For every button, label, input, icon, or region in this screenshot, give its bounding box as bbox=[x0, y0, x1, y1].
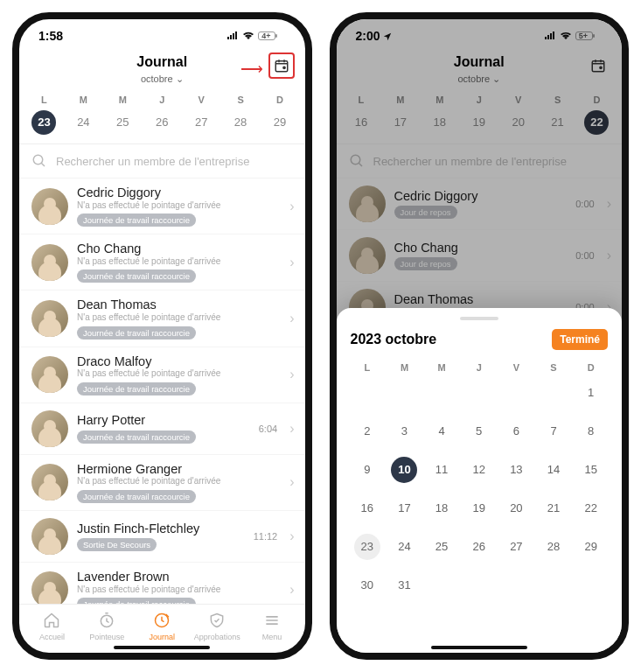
calendar-day[interactable]: 13 bbox=[498, 455, 535, 485]
search-row[interactable]: Rechercher un membre de l'entreprise bbox=[337, 144, 623, 178]
calendar-day[interactable]: 5 bbox=[460, 416, 498, 446]
status-badge: Journée de travail raccourcie bbox=[77, 270, 196, 283]
dow-label: M bbox=[423, 362, 461, 373]
week-day[interactable]: D29 bbox=[261, 94, 300, 135]
search-placeholder: Rechercher un membre de l'entreprise bbox=[56, 155, 249, 168]
calendar-day[interactable]: 16 bbox=[349, 494, 387, 523]
chevron-right-icon: › bbox=[289, 311, 294, 326]
chevron-right-icon: › bbox=[289, 199, 294, 214]
week-day[interactable]: M25 bbox=[103, 94, 143, 135]
svg-rect-0 bbox=[275, 61, 288, 72]
member-name: Dean Thomas bbox=[394, 292, 568, 307]
month-calendar[interactable]: LMMJVSD 12345678910111213141516171819202… bbox=[349, 362, 610, 600]
tab-pointeuse[interactable]: Pointeuse bbox=[80, 612, 135, 641]
list-item[interactable]: Cho ChangJour de repos0:00› bbox=[337, 230, 623, 282]
week-day[interactable]: L16 bbox=[342, 94, 381, 135]
calendar-day[interactable]: 26 bbox=[460, 532, 498, 562]
list-item[interactable]: Cho ChangN'a pas effectué le pointage d'… bbox=[19, 234, 305, 290]
week-day[interactable]: M24 bbox=[64, 94, 103, 135]
calendar-day[interactable]: 11 bbox=[423, 455, 461, 485]
calendar-day[interactable]: 4 bbox=[423, 416, 461, 446]
tab-label: Menu bbox=[262, 633, 282, 641]
status-indicators: 4+ bbox=[226, 32, 285, 40]
week-day[interactable]: M18 bbox=[420, 94, 459, 135]
list-item[interactable]: Cedric DiggoryJour de repos0:00› bbox=[337, 178, 623, 230]
calendar-day[interactable]: 23 bbox=[349, 532, 387, 562]
calendar-day[interactable]: 20 bbox=[498, 494, 535, 523]
calendar-button[interactable] bbox=[268, 52, 295, 79]
week-day[interactable]: J26 bbox=[143, 94, 182, 135]
month-selector[interactable]: octobre ⌄ bbox=[457, 74, 500, 85]
calendar-day[interactable]: 9 bbox=[349, 455, 387, 485]
member-name: Cedric Diggory bbox=[77, 186, 281, 200]
week-day[interactable]: L23 bbox=[24, 94, 64, 135]
calendar-day[interactable]: 10 bbox=[386, 455, 423, 485]
calendar-day[interactable]: 12 bbox=[460, 455, 498, 485]
member-name: Lavender Brown bbox=[77, 570, 281, 584]
calendar-day[interactable]: 22 bbox=[572, 494, 610, 523]
calendar-day[interactable]: 19 bbox=[460, 494, 498, 523]
calendar-day[interactable]: 15 bbox=[572, 455, 610, 485]
list-item[interactable]: Dean ThomasN'a pas effectué le pointage … bbox=[19, 290, 305, 346]
week-day[interactable]: V27 bbox=[182, 94, 221, 135]
avatar bbox=[31, 188, 68, 225]
tab-journal[interactable]: Journal bbox=[135, 612, 190, 641]
week-day[interactable]: J19 bbox=[459, 94, 498, 135]
search-row[interactable]: Rechercher un membre de l'entreprise bbox=[19, 144, 305, 178]
calendar-day[interactable]: 3 bbox=[386, 416, 423, 446]
calendar-icon bbox=[590, 58, 606, 74]
calendar-day[interactable]: 6 bbox=[498, 416, 535, 446]
time-value: 0:00 bbox=[575, 199, 594, 209]
calendar-day[interactable]: 14 bbox=[535, 455, 573, 485]
calendar-day[interactable]: 27 bbox=[498, 532, 535, 562]
status-badge: Jour de repos bbox=[394, 206, 457, 219]
list-item[interactable]: Cedric DiggoryN'a pas effectué le pointa… bbox=[19, 178, 305, 234]
calendar-day[interactable]: 18 bbox=[423, 494, 461, 523]
tab-menu[interactable]: Menu bbox=[245, 612, 300, 641]
member-list[interactable]: Cedric DiggoryN'a pas effectué le pointa… bbox=[19, 178, 305, 604]
tab-accueil[interactable]: Accueil bbox=[24, 612, 80, 641]
calendar-button[interactable] bbox=[585, 52, 611, 79]
list-item[interactable]: Draco MalfoyN'a pas effectué le pointage… bbox=[19, 347, 305, 403]
status-badge: Journée de travail raccourcie bbox=[77, 326, 196, 340]
calendar-day[interactable]: 7 bbox=[535, 416, 573, 446]
week-strip[interactable]: L16M17M18J19V20S21D22 bbox=[337, 91, 623, 144]
calendar-day[interactable]: 8 bbox=[572, 416, 610, 446]
calendar-day[interactable]: 21 bbox=[535, 494, 573, 523]
week-day[interactable]: D22 bbox=[577, 94, 617, 135]
battery-icon: 5+ bbox=[575, 32, 603, 40]
list-item[interactable]: Hermione GrangerN'a pas effectué le poin… bbox=[19, 455, 305, 511]
week-day[interactable]: S21 bbox=[538, 94, 577, 135]
chevron-down-icon: ⌄ bbox=[492, 74, 500, 85]
sheet-handle[interactable] bbox=[460, 317, 498, 320]
calendar-day[interactable]: 31 bbox=[386, 570, 423, 600]
annotation-arrow: ⟶ bbox=[240, 60, 263, 79]
date-picker-sheet: 2023 octobre Terminé LMMJVSD 12345678910… bbox=[337, 308, 623, 653]
calendar-day[interactable]: 25 bbox=[423, 532, 461, 562]
chevron-right-icon: › bbox=[289, 582, 294, 598]
calendar-day[interactable]: 30 bbox=[349, 570, 387, 600]
week-day[interactable]: S28 bbox=[221, 94, 261, 135]
calendar-day[interactable]: 17 bbox=[386, 494, 423, 523]
calendar-day[interactable]: 29 bbox=[572, 532, 610, 562]
list-item[interactable]: Harry PotterJournée de travail raccourci… bbox=[19, 403, 305, 455]
svg-point-7 bbox=[351, 155, 360, 164]
list-item[interactable]: Lavender BrownN'a pas effectué le pointa… bbox=[19, 563, 305, 604]
calendar-day[interactable]: 2 bbox=[349, 416, 387, 446]
week-strip[interactable]: L23M24M25J26V27S28D29 bbox=[19, 91, 305, 144]
calendar-day[interactable]: 24 bbox=[386, 532, 423, 562]
avatar bbox=[31, 300, 68, 337]
month-selector[interactable]: octobre ⌄ bbox=[141, 74, 184, 85]
list-item[interactable]: Justin Finch-FletchleySortie De Secours1… bbox=[19, 511, 305, 563]
member-sub: N'a pas effectué le pointage d'arrivée bbox=[77, 476, 281, 487]
member-name: Hermione Granger bbox=[77, 462, 281, 477]
member-name: Harry Potter bbox=[77, 413, 250, 428]
calendar-day[interactable]: 28 bbox=[535, 532, 573, 562]
done-button[interactable]: Terminé bbox=[552, 329, 608, 350]
status-indicators: 5+ bbox=[544, 32, 603, 40]
svg-point-2 bbox=[33, 155, 43, 164]
week-day[interactable]: V20 bbox=[498, 94, 538, 135]
week-day[interactable]: M17 bbox=[380, 94, 420, 135]
calendar-day[interactable]: 1 bbox=[572, 378, 610, 408]
tab-approbations[interactable]: Approbations bbox=[190, 612, 245, 641]
